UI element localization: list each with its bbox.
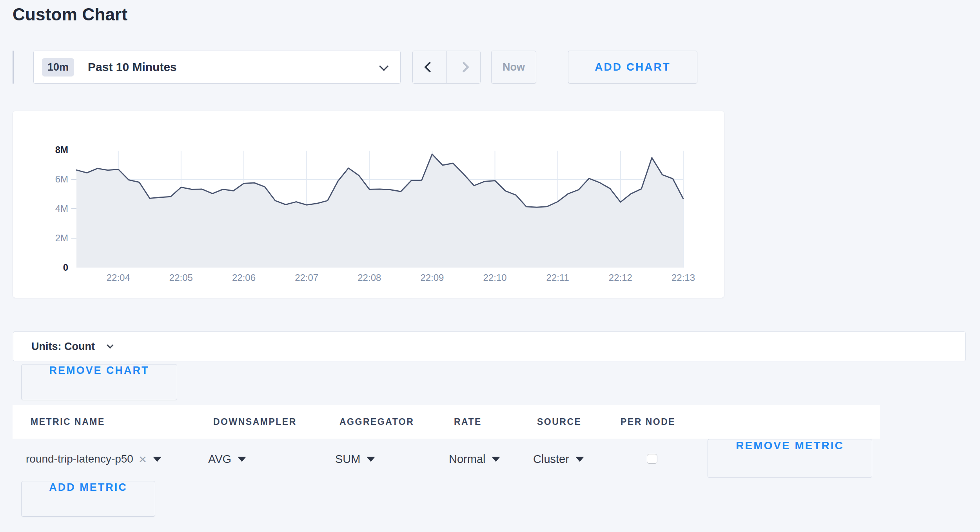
col-header-per-node: PER NODE xyxy=(621,405,675,439)
next-range-button[interactable] xyxy=(446,51,480,83)
now-button[interactable]: Now xyxy=(491,51,536,84)
svg-text:22:06: 22:06 xyxy=(232,272,256,283)
source-select[interactable]: Cluster xyxy=(533,450,584,468)
units-dropdown[interactable]: Units: Count xyxy=(13,332,965,361)
chevron-left-icon xyxy=(424,62,435,73)
svg-text:22:10: 22:10 xyxy=(483,272,507,283)
col-header-metric-name: METRIC NAME xyxy=(31,405,105,439)
svg-text:22:04: 22:04 xyxy=(107,272,130,283)
col-header-rate: RATE xyxy=(454,405,482,439)
units-label: Units: Count xyxy=(31,341,95,353)
svg-text:22:08: 22:08 xyxy=(358,272,381,283)
time-range-badge: 10m xyxy=(42,58,74,77)
svg-text:8M: 8M xyxy=(55,144,68,155)
svg-text:22:12: 22:12 xyxy=(609,272,632,283)
source-value: Cluster xyxy=(533,453,569,466)
svg-text:2M: 2M xyxy=(55,233,68,243)
downsampler-value: AVG xyxy=(208,453,231,466)
add-chart-button[interactable]: ADD CHART xyxy=(568,51,697,84)
col-header-source: SOURCE xyxy=(537,405,581,439)
caret-down-icon xyxy=(238,457,246,462)
col-header-aggregator: AGGREGATOR xyxy=(339,405,414,439)
add-metric-button[interactable]: ADD METRIC xyxy=(21,481,155,517)
metric-name-value: round-trip-latency-p50 xyxy=(26,453,133,465)
svg-text:6M: 6M xyxy=(55,174,68,184)
chevron-down-icon xyxy=(379,61,388,71)
svg-text:22:09: 22:09 xyxy=(420,272,444,283)
caret-down-icon xyxy=(575,457,584,462)
caret-down-icon xyxy=(367,457,375,462)
remove-metric-button[interactable]: REMOVE METRIC xyxy=(708,439,872,478)
timeseries-chart[interactable]: 22:0422:0522:0622:0722:0822:0922:1022:11… xyxy=(13,111,724,298)
chevron-right-icon xyxy=(458,62,469,73)
caret-down-icon xyxy=(153,457,162,462)
clear-icon[interactable]: × xyxy=(139,452,147,466)
svg-text:22:07: 22:07 xyxy=(295,272,318,283)
page-title: Custom Chart xyxy=(13,5,127,24)
chart-card: 22:0422:0522:0622:0722:0822:0922:1022:11… xyxy=(13,111,724,298)
per-node-checkbox[interactable] xyxy=(647,454,657,464)
chevron-down-icon xyxy=(107,342,113,349)
downsampler-select[interactable]: AVG xyxy=(208,450,246,468)
metrics-table-header: METRIC NAME DOWNSAMPLER AGGREGATOR RATE … xyxy=(13,405,880,439)
rate-value: Normal xyxy=(449,453,485,466)
aggregator-select[interactable]: SUM xyxy=(335,450,375,468)
time-range-label: Past 10 Minutes xyxy=(88,60,177,74)
caret-down-icon xyxy=(492,457,500,462)
prev-range-button[interactable] xyxy=(413,51,446,83)
metric-name-select[interactable]: round-trip-latency-p50 × xyxy=(26,450,162,468)
svg-text:22:11: 22:11 xyxy=(546,272,569,283)
time-range-dropdown[interactable]: 10m Past 10 Minutes xyxy=(33,51,401,84)
rate-select[interactable]: Normal xyxy=(449,450,500,468)
svg-text:0: 0 xyxy=(63,262,68,273)
svg-text:4M: 4M xyxy=(55,203,68,214)
col-header-downsampler: DOWNSAMPLER xyxy=(213,405,297,439)
svg-text:22:13: 22:13 xyxy=(671,272,695,283)
svg-text:22:05: 22:05 xyxy=(169,272,193,283)
aggregator-value: SUM xyxy=(335,453,360,466)
toolbar-accent-line xyxy=(13,51,14,84)
remove-chart-button[interactable]: REMOVE CHART xyxy=(21,364,177,400)
time-range-nav xyxy=(412,51,481,84)
